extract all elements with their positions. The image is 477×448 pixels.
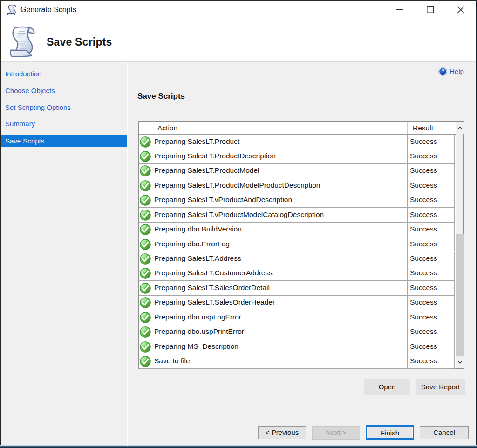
svg-text:?: ?	[441, 68, 444, 74]
